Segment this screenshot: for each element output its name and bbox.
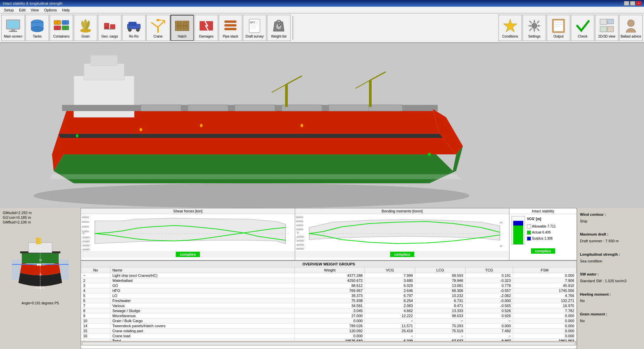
svg-rect-26 xyxy=(157,27,159,33)
table-row: 7Various34.5812.0838.471-0.56516.970 xyxy=(81,303,577,308)
toolbar-ballast-advice[interactable]: Ballast advice xyxy=(619,15,643,41)
svg-rect-17 xyxy=(110,24,115,29)
table-row: 15Crane rotating part120.09225.41875.519… xyxy=(81,329,577,334)
svg-rect-40 xyxy=(224,28,236,30)
svg-line-28 xyxy=(158,20,165,27)
col-name: Name xyxy=(110,267,294,273)
svg-point-97 xyxy=(39,264,41,266)
svg-rect-72 xyxy=(329,105,369,111)
table-body: −Light ship (excl Cranes/HC)4377.2887.99… xyxy=(81,273,577,341)
is-vcg-label: VCG' [m] xyxy=(527,216,556,222)
horizontal-scrollbar[interactable] xyxy=(81,341,577,346)
svg-point-82 xyxy=(140,128,142,131)
toolbar-output[interactable]: Output xyxy=(547,15,570,41)
tanks-icon xyxy=(29,18,45,34)
intact-stability-complies: complies xyxy=(531,248,555,254)
toolbar-main-screen[interactable]: Main screen xyxy=(1,15,25,41)
settings-icon xyxy=(526,18,542,34)
toolbar-2d3d-view-label: 2D/3D view xyxy=(598,35,615,38)
svg-text:-2000: -2000 xyxy=(81,240,90,243)
col-tcg: TCG xyxy=(465,267,513,273)
svg-text:2000: 2000 xyxy=(296,228,304,231)
toolbar-containers-label: Containers xyxy=(53,35,69,38)
col-fsm: FSM xyxy=(513,267,576,273)
draft-survey-icon: DFT xyxy=(247,18,263,34)
bending-moments-chart: 8000 6000 4000 2000 0 -2000 -4000 -6000 … xyxy=(295,214,509,251)
table-row: −Total10575.5826.22067.537-0.0071961.062 xyxy=(81,339,577,341)
svg-rect-70 xyxy=(235,105,275,111)
toolbar-draft-survey[interactable]: DFT Draft survey xyxy=(243,15,266,41)
heeling-moment-label: Heeling moment : xyxy=(580,291,641,298)
svg-rect-59 xyxy=(600,27,607,32)
weight-groups-table: OVERVIEW WEIGHT GROUPS No Name Weight VC… xyxy=(81,261,577,341)
is-allowable-row: Allowable 7.711 xyxy=(527,223,556,230)
table-row: 2Waterballast4250.6723.68078.946-0.3237.… xyxy=(81,278,577,283)
bottom-section: GMsolid=2.292 m GG'corr=0.185 m GMfluid=… xyxy=(0,208,644,349)
toolbar-damages[interactable]: Damages xyxy=(195,15,218,41)
is-actual-color xyxy=(527,231,531,235)
svg-rect-18 xyxy=(105,27,108,29)
toolbar-gen-cargo[interactable]: Gen. cargo xyxy=(98,15,121,41)
toolbar-check[interactable]: Check xyxy=(571,15,594,41)
scrollbar-track[interactable] xyxy=(82,342,575,345)
toolbar-gen-cargo-label: Gen. cargo xyxy=(101,35,118,38)
cross-section-diagram: M G' G B xyxy=(8,226,72,300)
titlebar-controls: − □ × xyxy=(624,1,641,6)
is-allowable-label: Allowable xyxy=(532,223,546,230)
toolbar-conditions[interactable]: Conditions xyxy=(498,15,522,41)
table-row: 3GO88.6126.02913.0810.77845.810 xyxy=(81,283,577,288)
ballast-advice-icon xyxy=(623,18,639,34)
minimize-button[interactable]: − xyxy=(624,1,629,6)
table-row: 5LO39.3736.79710.232-2.0824.766 xyxy=(81,293,577,298)
toolbar-containers[interactable]: Containers xyxy=(50,15,73,41)
weight-groups-table-section[interactable]: OVERVIEW WEIGHT GROUPS No Name Weight VC… xyxy=(81,260,577,341)
gm-solid-text: GMsolid=2.292 m xyxy=(3,211,78,215)
main-screen-icon xyxy=(5,18,21,34)
toolbar-ballast-advice-label: Ballast advice xyxy=(621,35,641,38)
toolbar-tanks[interactable]: Tanks xyxy=(25,15,49,41)
shear-forces-panel: Shear forces [ton] 4000 3000 2000 1000 0… xyxy=(81,208,295,260)
toolbar-conditions-label: Conditions xyxy=(502,35,518,38)
main-wrapper: GMsolid=2.292 m GG'corr=0.185 m GMfluid=… xyxy=(0,43,644,349)
svg-text:-1000: -1000 xyxy=(81,236,90,239)
is-surplus-bar xyxy=(513,221,523,226)
toolbar-hatch[interactable]: Hatch xyxy=(170,15,194,41)
toolbar-pipe-stack[interactable]: Pipe stack xyxy=(219,15,242,41)
svg-rect-1 xyxy=(7,20,19,29)
svg-point-61 xyxy=(628,20,634,27)
right-tools: Conditions Settings xyxy=(498,15,643,41)
toolbar-weight-list[interactable]: Weight list xyxy=(267,15,290,41)
svg-point-83 xyxy=(200,124,203,127)
bending-moments-title: Bending moments [tonm] xyxy=(295,208,509,214)
containers-icon xyxy=(53,18,69,34)
svg-text:-2000: -2000 xyxy=(296,235,304,238)
svg-rect-77 xyxy=(369,80,372,107)
table-row: 4HFO769.9572.64668.306-0.5571745.556 xyxy=(81,288,577,293)
grain-no-value: No xyxy=(580,318,641,325)
toolbar-2d3d-view[interactable]: 2D/3D view xyxy=(595,15,619,41)
menu-help[interactable]: Help xyxy=(59,7,72,13)
menu-view[interactable]: View xyxy=(28,7,42,13)
svg-rect-90 xyxy=(36,238,41,244)
col-no: No xyxy=(81,267,110,273)
gg-corr-text: GG'corr=0.185 m xyxy=(3,215,78,219)
menu-setup[interactable]: Setup xyxy=(1,7,16,13)
svg-text:B: B xyxy=(40,273,42,276)
info-panel: Wind contour : Ship Maximum draft : Draf… xyxy=(577,208,644,349)
toolbar-grain[interactable]: Grain xyxy=(74,15,97,41)
close-button[interactable]: × xyxy=(636,1,641,6)
svg-text:6000: 6000 xyxy=(296,220,304,222)
table-row: 6Freshwater75.9386.2546.731-0.000132.271 xyxy=(81,298,577,303)
toolbar-tanks-label: Tanks xyxy=(33,35,42,38)
toolbar-crane[interactable]: Crane xyxy=(146,15,170,41)
toolbar-settings[interactable]: Settings xyxy=(523,15,546,41)
menu-edit[interactable]: Edit xyxy=(16,7,28,13)
sw-water-label: SW water : xyxy=(580,271,641,278)
ro-ro-icon xyxy=(126,18,142,34)
maximize-button[interactable]: □ xyxy=(630,1,635,6)
svg-text:-3000: -3000 xyxy=(81,244,90,247)
menu-options[interactable]: Options xyxy=(41,7,59,13)
angle-text: Angle=0.191 degrees PS xyxy=(3,301,78,305)
svg-text:DFT: DFT xyxy=(250,21,255,24)
toolbar-ro-ro[interactable]: Ro Ro xyxy=(122,15,146,41)
